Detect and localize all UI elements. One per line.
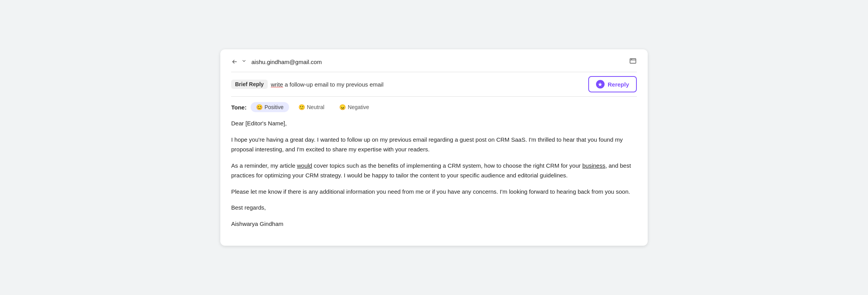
tone-negative-button[interactable]: 😠 Negative (334, 102, 375, 112)
magic-icon (598, 82, 603, 87)
email-salutation: Dear [Editor's Name], (231, 118, 637, 128)
email-paragraph-2: As a reminder, my article would cover to… (231, 161, 637, 180)
back-button[interactable] (231, 58, 238, 65)
prompt-left: Brief Reply write a follow-up email to m… (231, 80, 588, 89)
tone-positive-button[interactable]: 😊 Positive (251, 102, 289, 112)
positive-label: Positive (265, 104, 284, 110)
email-compose-panel: aishu.gindham@gmail.com Brief Reply writ… (220, 49, 648, 246)
tone-label: Tone: (231, 104, 247, 111)
svg-rect-0 (630, 59, 636, 63)
would-underline: would (297, 162, 312, 169)
rereply-icon (596, 80, 605, 88)
email-body: Dear [Editor's Name], I hope you're havi… (231, 118, 637, 229)
window-icon (629, 57, 637, 65)
positive-emoji: 😊 (256, 104, 263, 110)
email-closing: Best regards, (231, 203, 637, 213)
header-left: aishu.gindham@gmail.com (231, 58, 322, 65)
tone-row: Tone: 😊 Positive 🙂 Neutral 😠 Negative (231, 102, 637, 112)
email-signature: Best regards, Aishwarya Gindham (231, 203, 637, 229)
rereply-button[interactable]: Rereply (588, 76, 637, 92)
neutral-label: Neutral (307, 104, 324, 110)
brief-reply-badge[interactable]: Brief Reply (231, 80, 268, 89)
tone-neutral-button[interactable]: 🙂 Neutral (293, 102, 330, 112)
negative-emoji: 😠 (339, 104, 346, 110)
sender-email: aishu.gindham@gmail.com (251, 59, 322, 65)
rereply-label: Rereply (608, 81, 629, 88)
window-button[interactable] (629, 57, 637, 66)
email-paragraph-3: Please let me know if there is any addit… (231, 187, 637, 197)
neutral-emoji: 🙂 (298, 104, 305, 110)
chevron-down-button[interactable] (241, 58, 247, 65)
email-paragraph-1: I hope you're having a great day. I want… (231, 135, 637, 154)
business-underline: business, (582, 162, 607, 169)
prompt-row: Brief Reply write a follow-up email to m… (231, 72, 637, 97)
prompt-text-after: a follow-up email to my previous email (283, 81, 383, 88)
email-name: Aishwarya Gindham (231, 219, 637, 229)
chevron-down-icon (241, 58, 247, 64)
header-row: aishu.gindham@gmail.com (231, 57, 637, 66)
back-arrow-icon (231, 58, 238, 65)
write-word: write (271, 81, 283, 88)
prompt-text: write a follow-up email to my previous e… (271, 81, 588, 88)
negative-label: Negative (348, 104, 369, 110)
